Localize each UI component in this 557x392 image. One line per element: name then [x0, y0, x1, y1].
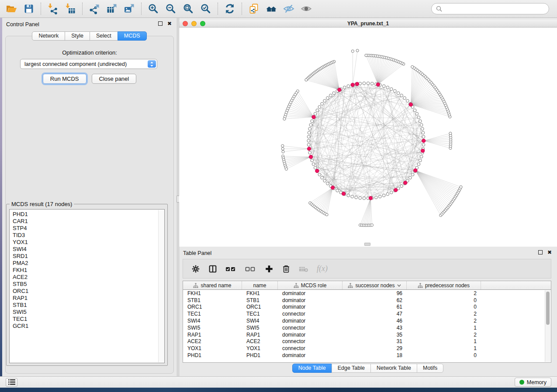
float-panel-icon[interactable] — [158, 21, 163, 26]
ring-node[interactable] — [307, 139, 310, 142]
leaf-node[interactable] — [282, 150, 284, 153]
table-scrollbar-thumb[interactable] — [546, 292, 550, 325]
float-panel-icon[interactable] — [538, 250, 543, 254]
show-columns-icon[interactable] — [208, 265, 217, 273]
ring-node[interactable] — [419, 120, 422, 123]
ring-node[interactable] — [307, 143, 310, 146]
ring-node[interactable] — [307, 135, 310, 138]
network-graph[interactable] — [179, 28, 557, 247]
table-row[interactable]: FKH1FKH1dominator962 — [183, 290, 551, 297]
mcds-hub-node[interactable] — [338, 88, 341, 92]
mcds-hub-node[interactable] — [369, 196, 372, 200]
mcds-result-item[interactable]: CAR1 — [10, 218, 164, 225]
ring-node[interactable] — [326, 96, 329, 100]
mcds-hub-node[interactable] — [414, 168, 417, 172]
export-network-button[interactable] — [86, 1, 103, 16]
import-network-button[interactable] — [44, 1, 62, 16]
tab-motifs[interactable]: Motifs — [417, 364, 443, 373]
mcds-hub-node[interactable] — [394, 188, 398, 192]
table-row[interactable]: RAP1RAP1dominator352 — [183, 331, 551, 338]
tab-select[interactable]: Select — [90, 31, 118, 41]
tab-network-table[interactable]: Network Table — [370, 364, 417, 373]
tab-node-table[interactable]: Node Table — [292, 364, 332, 373]
ring-node[interactable] — [409, 176, 412, 179]
column-header-shared-name[interactable]: shared name — [183, 281, 242, 289]
mcds-result-item[interactable]: GCR1 — [10, 323, 164, 330]
ring-node[interactable] — [332, 92, 336, 95]
ring-node[interactable] — [378, 195, 381, 198]
mcds-result-item[interactable]: STP4 — [10, 225, 164, 232]
import-table-button[interactable] — [62, 1, 79, 16]
hide-selected-button[interactable] — [280, 1, 298, 16]
mcds-result-item[interactable]: STB1 — [10, 302, 164, 309]
mcds-hub-node[interactable] — [421, 149, 425, 152]
ring-node[interactable] — [370, 82, 374, 85]
ring-node[interactable] — [363, 82, 366, 85]
ring-node[interactable] — [390, 191, 393, 194]
mcds-hub-node[interactable] — [422, 139, 426, 142]
leaf-node[interactable] — [460, 186, 462, 188]
leaf-node[interactable] — [281, 148, 284, 150]
ring-node[interactable] — [347, 85, 350, 88]
close-mcds-panel-button[interactable]: Close panel — [92, 74, 137, 84]
ring-node[interactable] — [422, 131, 425, 134]
export-image-button[interactable] — [121, 1, 138, 16]
tab-network[interactable]: Network — [32, 31, 65, 41]
table-row[interactable]: SWI5SWI5connector431 — [183, 324, 551, 331]
ring-node[interactable] — [336, 189, 339, 192]
ring-node[interactable] — [323, 179, 326, 182]
refresh-view-button[interactable] — [221, 1, 239, 16]
create-column-plus-icon[interactable] — [265, 265, 273, 273]
table-row[interactable]: ACE2ACE2connector311 — [183, 338, 551, 345]
zoom-out-button[interactable] — [162, 1, 180, 16]
network-canvas[interactable] — [179, 28, 557, 247]
ring-node[interactable] — [419, 159, 422, 162]
leaf-node[interactable] — [356, 49, 359, 52]
mcds-result-item[interactable]: TID3 — [10, 232, 164, 239]
ring-node[interactable] — [309, 124, 312, 127]
ring-node[interactable] — [318, 173, 321, 176]
ring-node[interactable] — [312, 163, 315, 166]
ring-node[interactable] — [400, 94, 403, 97]
zoom-in-button[interactable] — [145, 1, 162, 16]
mcds-result-item[interactable]: PMA2 — [10, 260, 164, 267]
deselect-all-columns-icon[interactable] — [245, 265, 256, 272]
ring-node[interactable] — [386, 193, 389, 196]
close-panel-icon[interactable]: ✖ — [167, 21, 172, 26]
mcds-hub-node[interactable] — [307, 147, 311, 151]
ring-node[interactable] — [311, 120, 314, 123]
ring-node[interactable] — [411, 173, 414, 176]
ring-node[interactable] — [318, 106, 321, 109]
leaf-node[interactable] — [305, 79, 308, 81]
mcds-hub-node[interactable] — [355, 82, 359, 86]
mcds-result-item[interactable]: ORC1 — [10, 288, 164, 295]
mcds-hub-node[interactable] — [404, 181, 407, 185]
select-all-columns-icon[interactable] — [225, 265, 237, 272]
run-mcds-button[interactable]: Run MCDS — [43, 74, 86, 84]
mcds-result-item[interactable]: STB5 — [10, 281, 164, 288]
column-header-mcds-role[interactable]: MCDS role — [278, 281, 343, 289]
table-row[interactable]: TEC1TEC1connector472 — [183, 310, 551, 317]
optimization-criterion-select[interactable]: largest connected component (undirected) — [20, 59, 157, 69]
memory-status-button[interactable]: Memory — [515, 378, 551, 387]
mcds-result-item[interactable]: TEC1 — [10, 316, 164, 323]
zoom-selected-button[interactable] — [197, 1, 214, 16]
ring-node[interactable] — [417, 163, 420, 166]
table-settings-gear-icon[interactable] — [191, 265, 200, 273]
ring-node[interactable] — [422, 135, 425, 138]
ring-node[interactable] — [406, 100, 409, 103]
ring-node[interactable] — [323, 100, 326, 103]
mcds-result-item[interactable]: PHD1 — [10, 211, 164, 218]
ring-node[interactable] — [421, 127, 424, 131]
ring-node[interactable] — [311, 159, 314, 162]
ring-node[interactable] — [374, 196, 377, 199]
mcds-result-item[interactable]: SWI4 — [10, 246, 164, 253]
ring-node[interactable] — [413, 109, 416, 112]
ring-node[interactable] — [359, 196, 362, 199]
table-row[interactable]: STB1STB1dominator620 — [183, 297, 551, 304]
mcds-hub-node[interactable] — [409, 103, 412, 106]
ring-node[interactable] — [420, 155, 423, 158]
ring-node[interactable] — [343, 86, 346, 89]
column-header-name[interactable]: name — [242, 281, 278, 289]
close-panel-icon[interactable]: ✖ — [547, 250, 552, 254]
